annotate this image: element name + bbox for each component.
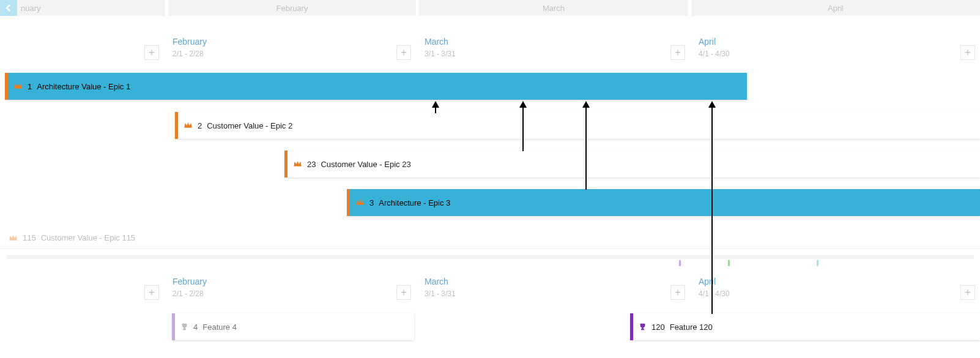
epic-title: Architecture Value - Epic 1 — [37, 82, 130, 91]
period-cell: + — [0, 268, 166, 305]
crown-icon — [184, 121, 193, 130]
trophy-icon — [180, 323, 188, 331]
dependency-arrow — [522, 107, 524, 151]
period-name: February — [173, 37, 207, 47]
dependency-arrow — [435, 107, 436, 113]
month-label: February — [276, 4, 308, 13]
feature-title: Feature 120 — [670, 323, 713, 332]
period-cell: March 3/1 - 3/31 + — [418, 28, 692, 65]
period-range: 3/1 - 3/31 — [425, 289, 456, 298]
marker-tick — [817, 260, 819, 266]
bar-accent — [172, 313, 175, 340]
add-button[interactable]: + — [670, 45, 685, 60]
section-divider — [6, 255, 974, 259]
period-cell: April 4/1 - 4/30 + — [692, 28, 980, 65]
period-cell: February 2/1 - 2/28 + — [166, 268, 418, 305]
bar-accent — [5, 73, 8, 100]
period-cell: April 4/1 - 4/30 + — [692, 268, 980, 305]
chevron-left-icon — [6, 4, 12, 12]
period-range: 4/1 - 4/30 — [699, 50, 730, 58]
epic-title: Architecture - Epic 3 — [379, 198, 450, 207]
month-cell: nuary — [0, 0, 165, 16]
add-button[interactable]: + — [396, 285, 411, 300]
period-cell: February 2/1 - 2/28 + — [166, 28, 418, 65]
epic-bar[interactable]: 2 Customer Value - Epic 2 — [175, 112, 980, 139]
feature-bar[interactable]: 4 Feature 4 — [172, 313, 414, 340]
epic-id: 2 — [198, 121, 202, 130]
epic-title: Customer Value - Epic 2 — [207, 121, 292, 130]
epic-title: Customer Value - Epic 115 — [41, 233, 135, 242]
add-button[interactable]: + — [144, 45, 159, 60]
timeline-months-header: nuary February March April — [0, 0, 980, 16]
add-button[interactable]: + — [670, 285, 685, 300]
period-range: 3/1 - 3/31 — [425, 50, 456, 58]
prev-button[interactable] — [0, 0, 17, 16]
month-label: April — [828, 4, 844, 13]
period-header-row: + February 2/1 - 2/28 + March 3/1 - 3/31… — [0, 268, 980, 305]
marker-tick — [728, 260, 730, 266]
bar-accent — [347, 189, 350, 216]
crown-icon — [355, 198, 365, 207]
period-name: February — [173, 277, 207, 286]
feature-bar[interactable]: 120 Feature 120 — [630, 313, 980, 340]
epic-bar[interactable]: 3 Architecture - Epic 3 — [347, 189, 980, 216]
bar-accent — [284, 151, 288, 177]
crown-icon — [293, 160, 302, 168]
trophy-icon — [639, 323, 647, 331]
period-cell: March 3/1 - 3/31 + — [418, 268, 692, 305]
bar-accent — [630, 313, 633, 340]
add-button[interactable]: + — [960, 45, 975, 60]
feature-title: Feature 4 — [202, 323, 237, 332]
month-cell: March — [419, 0, 688, 16]
period-name: April — [699, 277, 716, 286]
month-cell: February — [168, 0, 416, 16]
period-range: 4/1 - 4/30 — [699, 289, 730, 298]
bar-accent — [175, 112, 178, 139]
epic-id: 23 — [307, 160, 316, 169]
period-name: March — [425, 277, 448, 286]
period-range: 2/1 - 2/28 — [173, 289, 204, 298]
epic-bar-faded[interactable]: 115 Customer Value - Epic 115 — [0, 227, 980, 249]
period-name: April — [699, 37, 716, 47]
epic-bar[interactable]: 1 Architecture Value - Epic 1 — [5, 73, 747, 100]
crown-icon — [13, 82, 23, 91]
period-range: 2/1 - 2/28 — [173, 50, 204, 58]
crown-icon — [9, 234, 18, 242]
add-button[interactable]: + — [144, 285, 159, 300]
dependency-arrow — [585, 107, 587, 190]
month-label: nuary — [21, 4, 41, 13]
epic-id: 115 — [23, 233, 36, 242]
epic-title: Customer Value - Epic 23 — [321, 160, 410, 169]
dependency-arrow — [711, 107, 713, 314]
period-header-row: + February 2/1 - 2/28 + March 3/1 - 3/31… — [0, 28, 980, 65]
period-cell: + — [0, 28, 166, 65]
month-label: March — [543, 4, 565, 13]
epic-id: 3 — [369, 198, 374, 207]
feature-id: 4 — [193, 323, 198, 332]
period-name: March — [425, 37, 448, 47]
month-cell: April — [691, 0, 980, 16]
add-button[interactable]: + — [396, 45, 411, 60]
epic-bar[interactable]: 23 Customer Value - Epic 23 — [284, 151, 980, 177]
add-button[interactable]: + — [960, 285, 975, 300]
feature-id: 120 — [651, 323, 665, 332]
epic-id: 1 — [28, 82, 32, 91]
marker-tick — [679, 260, 681, 266]
